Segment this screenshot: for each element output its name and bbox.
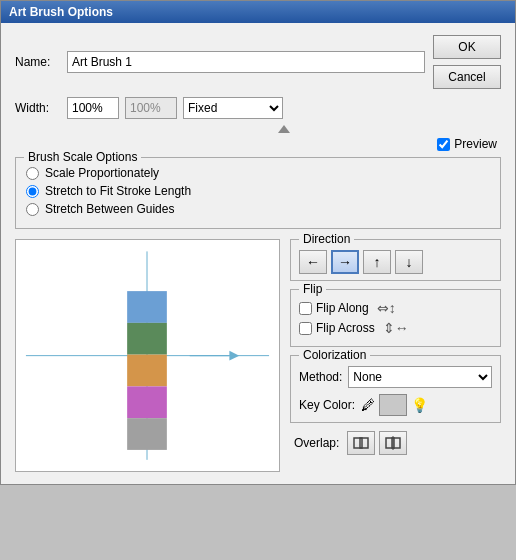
colorization-group-label: Colorization	[299, 348, 370, 362]
stretch-fit-radio[interactable]	[26, 185, 39, 198]
name-label: Name:	[15, 55, 67, 69]
cancel-button[interactable]: Cancel	[433, 65, 501, 89]
svg-marker-3	[229, 351, 239, 361]
flip-section: Flip Flip Along ⇔↕ Flip Across ⇕↔	[290, 289, 501, 347]
scale-proportionately-label[interactable]: Scale Proportionately	[45, 166, 159, 180]
width-input-2	[125, 97, 177, 119]
light-bulb-icon[interactable]: 💡	[411, 397, 428, 413]
stretch-guides-label[interactable]: Stretch Between Guides	[45, 202, 174, 216]
width-input-1[interactable]	[67, 97, 119, 119]
key-color-swatch[interactable]	[379, 394, 407, 416]
flip-along-label[interactable]: Flip Along	[316, 301, 369, 315]
svg-rect-9	[354, 438, 362, 448]
width-type-select[interactable]: Fixed Pressure Velocity	[183, 97, 283, 119]
ok-button[interactable]: OK	[433, 35, 501, 59]
svg-rect-4	[127, 291, 167, 323]
brush-preview-svg	[16, 240, 279, 471]
overlap-row: Overlap:	[290, 431, 501, 455]
direction-section: Direction ← → ↑ ↓	[290, 239, 501, 281]
svg-rect-7	[127, 386, 167, 418]
direction-label: Direction	[299, 232, 354, 246]
svg-rect-6	[127, 355, 167, 387]
flip-across-icon: ⇕↔	[383, 320, 409, 336]
colorization-section: Colorization Method: None Tints Tints an…	[290, 355, 501, 423]
dialog-title: Art Brush Options	[9, 5, 113, 19]
brush-preview-box	[15, 239, 280, 472]
stretch-guides-radio[interactable]	[26, 203, 39, 216]
method-select[interactable]: None Tints Tints and Shades Hue Shift	[348, 366, 492, 388]
overlap-btn-1[interactable]	[347, 431, 375, 455]
key-color-label: Key Color:	[299, 398, 355, 412]
art-brush-options-dialog: Art Brush Options Name: OK Cancel Width:…	[0, 0, 516, 485]
flip-label: Flip	[299, 282, 326, 296]
scale-proportionately-radio[interactable]	[26, 167, 39, 180]
direction-down-button[interactable]: ↓	[395, 250, 423, 274]
stretch-fit-label[interactable]: Stretch to Fit Stroke Length	[45, 184, 191, 198]
title-bar: Art Brush Options	[1, 1, 515, 23]
name-input[interactable]	[67, 51, 425, 73]
flip-along-checkbox[interactable]	[299, 302, 312, 315]
svg-rect-8	[127, 418, 167, 450]
flip-along-icon: ⇔↕	[377, 300, 396, 316]
brush-scale-group: Brush Scale Options Scale Proportionatel…	[15, 157, 501, 229]
preview-checkbox[interactable]	[437, 138, 450, 151]
width-label: Width:	[15, 101, 67, 115]
flip-across-checkbox[interactable]	[299, 322, 312, 335]
brush-scale-group-label: Brush Scale Options	[24, 150, 141, 164]
direction-left-button[interactable]: ←	[299, 250, 327, 274]
overlap-label: Overlap:	[294, 436, 339, 450]
width-arrow-indicator	[278, 125, 290, 133]
overlap-btn-2[interactable]	[379, 431, 407, 455]
eyedropper-icon[interactable]: 🖉	[361, 397, 375, 413]
direction-right-button[interactable]: →	[331, 250, 359, 274]
svg-rect-5	[127, 323, 167, 355]
method-label: Method:	[299, 370, 342, 384]
direction-up-button[interactable]: ↑	[363, 250, 391, 274]
flip-across-label[interactable]: Flip Across	[316, 321, 375, 335]
preview-label[interactable]: Preview	[454, 137, 497, 151]
svg-rect-10	[360, 438, 368, 448]
